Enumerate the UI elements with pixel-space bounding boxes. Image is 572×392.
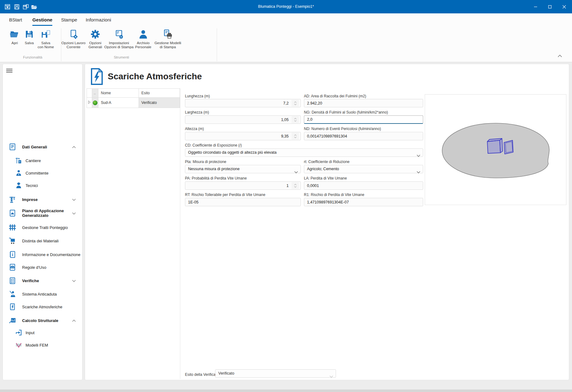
row-nome-cell: Sud-A — [98, 98, 139, 108]
chevron-down-icon — [329, 373, 333, 380]
ribbon-group-separator — [217, 28, 217, 61]
status-green-dot — [93, 100, 97, 105]
chevron-down-icon — [417, 152, 420, 160]
salva-con-nome-button[interactable]: Salvacon Nome — [35, 29, 57, 49]
opzioni-lavoro-corrente-button[interactable]: Opzioni LavoroCorrente — [60, 29, 87, 49]
book-info-icon — [3, 250, 22, 259]
chevron-up-icon — [72, 318, 76, 323]
chevron-down-icon — [72, 197, 76, 202]
scaffold-box-wireframe — [487, 138, 503, 153]
sidebar-item-informazione-documentazione[interactable]: Informazione e Documentazione — [3, 249, 83, 260]
tab-informazioni[interactable]: Informazioni — [85, 13, 111, 26]
sidebar-item-committente[interactable]: Committente — [3, 168, 83, 178]
archivio-personale-button[interactable]: ArchivioPersonale — [135, 29, 152, 49]
person-helmet-icon — [12, 182, 26, 189]
ribbon-tab-bar: BStart Gestione Stampe Informazioni — [0, 13, 572, 26]
tab-gestione[interactable]: Gestione — [32, 13, 52, 26]
tab-bstart[interactable]: BStart — [8, 13, 23, 26]
sidebar-item-piano-applicazione[interactable]: Piano di Applicazione Generalizzato — [3, 206, 83, 220]
table-header-status[interactable]: .. — [92, 88, 98, 98]
sidebar-item-sistema-anticaduta[interactable]: Sistema Anticaduta — [3, 289, 83, 299]
sidebar-item-verifiche[interactable]: Verifiche — [3, 275, 83, 286]
la-input[interactable] — [304, 181, 423, 190]
fem-mesh-icon — [12, 341, 26, 349]
ribbon: Apri Salva Salvacon Nome — [0, 26, 572, 62]
print-settings-icon — [114, 29, 124, 40]
sidebar-item-regole-duso[interactable]: Regole d'Uso — [3, 262, 83, 273]
person-tie-icon — [12, 169, 26, 177]
field-label-pta: Pta: Misura di protezione — [185, 160, 226, 164]
impostazioni-opzioni-stampa-button[interactable]: ImpostazioniOpzioni di Stampa — [103, 29, 135, 49]
input-arrow-icon — [12, 329, 26, 336]
field-label-pa: PA: Probabilità di Perdita Vite Umane — [185, 176, 247, 180]
sidebar-item-calcolo-strutturale[interactable]: Calcolo Strutturale — [3, 315, 83, 326]
opzioni-generali-button[interactable]: OpzioniGenerali — [87, 29, 104, 49]
lunghezza-spinner[interactable] — [291, 100, 299, 107]
field-label-rt: RT: Rischio Tollerabile per Perdita di V… — [185, 193, 265, 197]
rt-coeff-select[interactable]: Agricolo; Cemento — [304, 165, 423, 173]
chevron-down-icon — [72, 210, 76, 216]
sidebar-item-input[interactable]: Input — [3, 327, 83, 338]
sidebar-item-dati-generali[interactable]: Dati Generali — [3, 141, 83, 152]
esito-verifica-select[interactable]: Verificato — [215, 369, 336, 378]
sidebar-item-gestione-tratti[interactable]: Gestione Tratti Ponteggio — [3, 222, 83, 233]
larghezza-input[interactable] — [185, 115, 301, 124]
sidebar-item-cantiere[interactable]: Cantiere — [3, 155, 83, 166]
larghezza-spinner[interactable] — [291, 116, 299, 123]
row-expander-icon[interactable] — [87, 98, 92, 108]
ribbon-collapse-icon[interactable] — [557, 53, 565, 59]
ad-input[interactable] — [304, 99, 423, 107]
minimize-button[interactable] — [528, 0, 543, 13]
group-caption-strumenti: Strumenti — [98, 55, 145, 59]
chevron-down-icon — [72, 278, 76, 283]
lightning-document-icon — [90, 68, 104, 86]
lunghezza-input[interactable] — [185, 99, 301, 107]
apri-button[interactable]: Apri — [7, 29, 22, 45]
close-button[interactable] — [557, 0, 571, 13]
3d-viewport[interactable] — [425, 94, 566, 205]
sidebar-item-tecnici[interactable]: Tecnici — [3, 180, 83, 191]
r1-input[interactable] — [304, 198, 423, 206]
row-esito-cell: Verificato — [139, 98, 180, 108]
table-form-divider — [180, 88, 180, 379]
document-gear-icon — [68, 29, 79, 40]
ng-input[interactable] — [304, 115, 423, 124]
sidebar-item-modelli-fem[interactable]: Modelli FEM — [3, 340, 83, 350]
altezza-spinner[interactable] — [291, 133, 299, 140]
hamburger-menu-icon[interactable] — [6, 68, 12, 73]
sidebar-item-distinta-materiali[interactable]: Distinta dei Materiali — [3, 236, 83, 246]
floppy-icon — [24, 29, 35, 40]
open-folder-icon — [9, 29, 20, 40]
titlebar: Blumatica Ponteggi - Esempio1* — [0, 0, 572, 13]
person-icon — [138, 29, 149, 40]
field-label-la: LA: Perdita di Vite Umane — [304, 176, 347, 180]
rt-input[interactable] — [185, 198, 301, 206]
field-label-altezza: Altezza (m) — [185, 127, 204, 131]
field-label-ad: AD: Area di Raccolta dei Fulmini (m2) — [304, 94, 366, 98]
gestione-modelli-stampa-button[interactable]: Gestione Modellidi Stampa — [152, 29, 183, 49]
maximize-button[interactable] — [543, 0, 557, 13]
sidebar-item-scariche-atmosferiche[interactable]: Scariche Atmosferiche — [3, 301, 83, 312]
checklist-icon — [3, 277, 22, 285]
field-label-nd: ND: Numero di Eventi Pericolosi (fulmini… — [304, 127, 381, 131]
pta-select[interactable]: Nessuna misura di protezione — [185, 165, 301, 173]
field-label-r1: R1: Rischio di Perdita di Vite Umane — [304, 193, 364, 197]
field-label-cd: CD: Coefficiente di Esposizione (/) — [185, 143, 242, 147]
cd-select[interactable]: Oggetto circondato da oggetti di altezza… — [185, 148, 423, 157]
row-status-cell — [92, 98, 98, 108]
main-content-panel: Scariche Atmosferiche .. Nome Esito Sud-… — [85, 64, 569, 380]
table-header-nome[interactable]: Nome — [98, 88, 139, 98]
altezza-input[interactable] — [185, 132, 301, 140]
pa-input[interactable] — [185, 181, 301, 190]
document-helmet-icon — [3, 209, 22, 217]
nd-input[interactable] — [304, 132, 423, 140]
table-header-esito[interactable]: Esito — [139, 88, 180, 98]
sidebar-item-imprese[interactable]: Imprese — [3, 194, 83, 205]
tab-stampe[interactable]: Stampe — [61, 13, 77, 26]
window-title: Blumatica Ponteggi - Esempio1* — [0, 0, 572, 13]
structural-calc-icon — [3, 316, 22, 324]
scaffold-grid-icon — [3, 223, 22, 231]
navigation-sidebar: Dati Generali Cantiere Committente — [2, 64, 83, 380]
document-lines-icon — [3, 143, 22, 151]
pa-spinner[interactable] — [291, 182, 299, 189]
